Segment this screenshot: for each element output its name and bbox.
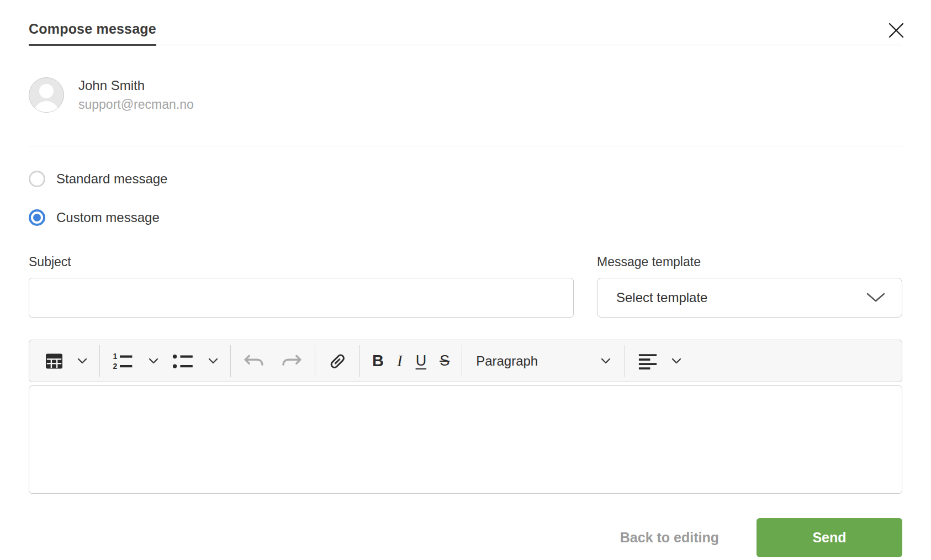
bullet-list-button[interactable] [167, 346, 200, 377]
page-title: Compose message [29, 21, 156, 46]
table-button[interactable] [39, 346, 69, 377]
sender-info: John Smith support@recman.no [29, 77, 902, 113]
chevron-down-icon [671, 358, 681, 364]
bullet-list-icon [172, 352, 195, 371]
avatar [29, 77, 64, 113]
underline-icon: U [416, 352, 427, 369]
redo-icon [279, 353, 303, 369]
radio-custom-message[interactable]: Custom message [29, 209, 902, 226]
paragraph-style-value: Paragraph [476, 353, 538, 369]
ordered-list-button[interactable]: 1 2 [107, 346, 140, 377]
paragraph-style-select[interactable]: Paragraph [469, 346, 617, 377]
undo-button[interactable] [238, 346, 271, 377]
radio-standard-message[interactable]: Standard message [29, 171, 902, 187]
toolbar-separator [230, 345, 231, 377]
editor-toolbar: 1 2 [29, 340, 902, 382]
align-button[interactable] [632, 346, 663, 377]
radio-checked-icon[interactable] [29, 209, 45, 226]
sender-name: John Smith [78, 78, 194, 93]
compose-message-modal: Compose message John Smith support@recma… [0, 0, 931, 560]
ordered-list-icon: 1 2 [112, 352, 135, 371]
subject-input[interactable] [29, 278, 574, 318]
toolbar-separator [462, 345, 462, 377]
toolbar-separator [359, 345, 360, 377]
align-left-icon [637, 353, 658, 369]
svg-text:1: 1 [113, 352, 117, 361]
modal-header: Compose message [29, 0, 902, 45]
chevron-down-icon [77, 358, 87, 364]
template-label: Message template [597, 255, 902, 270]
link-button[interactable] [322, 346, 352, 377]
toolbar-separator [625, 345, 625, 377]
message-type-group: Standard message Custom message [29, 171, 902, 226]
back-to-editing-button[interactable]: Back to editing [617, 529, 722, 546]
section-divider [29, 146, 902, 146]
bold-icon: B [372, 352, 384, 370]
chevron-down-icon [149, 358, 158, 364]
undo-icon [243, 353, 266, 369]
redo-button[interactable] [274, 346, 308, 377]
italic-button[interactable]: I [392, 346, 408, 377]
radio-standard-label: Standard message [56, 171, 167, 187]
send-button[interactable]: Send [757, 518, 902, 557]
align-menu-chevron[interactable] [666, 346, 686, 377]
rich-text-editor: 1 2 [29, 340, 902, 494]
underline-button[interactable]: U [411, 346, 432, 377]
ordered-list-chevron[interactable] [144, 346, 163, 377]
subject-label: Subject [29, 255, 574, 270]
toolbar-separator [315, 345, 315, 377]
bold-button[interactable]: B [367, 346, 389, 377]
toolbar-separator [99, 345, 100, 377]
bullet-list-chevron[interactable] [203, 346, 223, 377]
table-menu-chevron[interactable] [72, 346, 92, 377]
radio-unchecked-icon[interactable] [29, 171, 45, 187]
template-select-value: Select template [616, 290, 707, 305]
template-select[interactable]: Select template [597, 278, 902, 318]
chevron-down-icon [208, 358, 218, 364]
strikethrough-icon: S [440, 352, 449, 369]
table-icon [44, 352, 64, 371]
svg-text:2: 2 [113, 362, 117, 371]
close-icon [887, 21, 906, 40]
italic-icon: I [397, 352, 403, 370]
strikethrough-button[interactable]: S [435, 346, 454, 377]
modal-footer: Back to editing Send [29, 518, 902, 557]
chevron-down-icon [601, 358, 611, 364]
message-body-textarea[interactable] [29, 385, 902, 494]
close-button[interactable] [886, 20, 907, 41]
chevron-down-icon [866, 293, 885, 303]
radio-custom-label: Custom message [56, 210, 160, 225]
form-row: Subject Message template Select template [29, 255, 902, 318]
sender-email: support@recman.no [78, 97, 194, 112]
link-icon [327, 351, 347, 371]
